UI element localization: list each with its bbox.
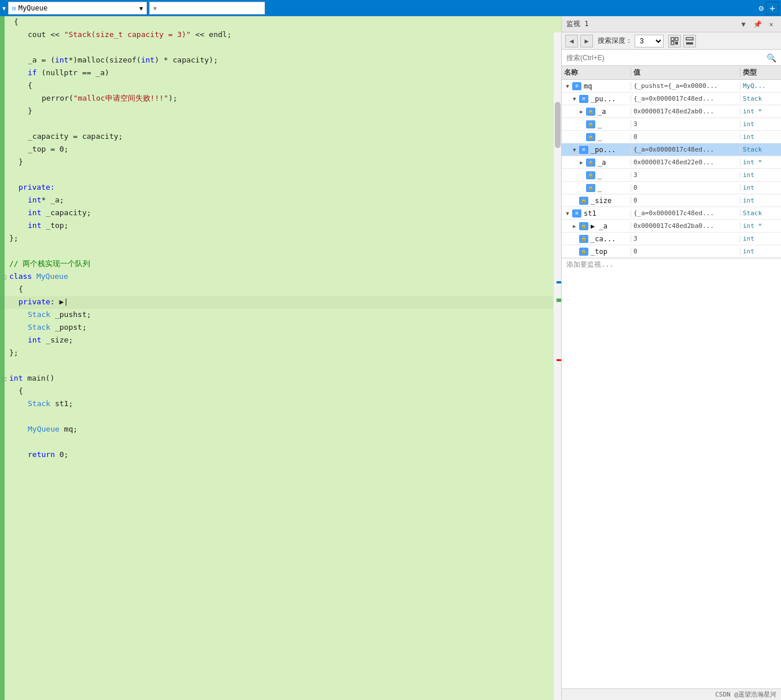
watch-row-po-top[interactable]: 🔒 _ 0 int [562,182,781,194]
watch-row-mq[interactable]: ⊞ mq {_pushst={_a=0x0000... MyQ... [562,80,781,93]
watch-row-pu-cap[interactable]: 🔒 _ 3 int [562,118,781,131]
st1-a-val: 0x0000017c48ed2ba0... [631,222,741,230]
watch-dropdown-btn[interactable]: ▼ [738,19,749,30]
svg-rect-2 [671,42,674,45]
col-header-val: 值 [631,68,741,78]
watch-row-st1-a[interactable]: 🔒 ▶ _a 0x0000017c48ed2ba0... int * [562,220,781,233]
var-icon-pu-a: 🔒 [586,108,595,116]
code-scrollbar[interactable] [553,32,561,700]
watch-close-btn[interactable]: ✕ [766,19,776,30]
code-line [0,436,561,449]
watch-back-btn[interactable]: ◀ [565,35,578,47]
expand-pu-a[interactable] [578,109,585,115]
symbol-dropdown[interactable]: ▼ [149,2,265,14]
var-icon-po-top: 🔒 [586,184,595,192]
add-tab-button[interactable]: + [766,2,779,14]
pu-val: {_a=0x0000017c48ed... [631,95,741,102]
pu-a-val: 0x0000017c48ed2ab0... [631,108,741,115]
scrollbar-thumb[interactable] [555,102,561,148]
code-line: return 0; [0,449,561,462]
var-icon-st1-top: 🔒 [579,248,588,256]
code-line: }; [0,347,561,360]
code-line [0,169,561,182]
var-icon-po: ⊞ [579,146,588,154]
gear-icon[interactable]: ⚙ [759,3,764,13]
watch-forward-btn[interactable]: ▶ [580,35,593,47]
var-icon-po-cap: 🔒 [586,171,595,179]
code-line: _a = (int*)malloc(sizeof(int) * capacity… [0,54,561,67]
scroll-marker-blue [557,281,561,283]
col-header-name: 名称 [562,68,631,78]
watch-icon-btn-2[interactable] [683,35,696,47]
scroll-marker-green [557,299,561,302]
watch-row-st1[interactable]: ⊞ st1 {_a=0x0000017c48ed... Stack [562,207,781,220]
watch-row-po-a[interactable]: 🔒 _a 0x0000017c48ed22e0... int * [562,156,781,169]
code-line: } [0,105,561,118]
po-top-val: 0 [631,184,741,191]
code-line [0,42,561,54]
pu-cap-val: 3 [631,120,741,128]
code-line: int _size; [0,334,561,347]
watch-search-input[interactable] [566,54,764,62]
st1-type: Stack [741,209,781,217]
watch-row-st1-ca[interactable]: 🔒 _ca... 3 int [562,233,781,245]
scroll-marker-red [557,359,561,361]
code-line: } [0,156,561,169]
code-line: Stack st1; [0,398,561,411]
code-line: Stack _pushst; [0,309,561,322]
watch-col-headers: 名称 值 类型 [562,66,781,80]
code-line: □ class MyQueue [0,271,561,283]
footer-text: CSDN @遥望浩瀚星河 [715,690,776,699]
add-watch-row[interactable]: 添加要监视... [562,258,781,271]
watch-pin-btn[interactable]: 📌 [752,19,762,30]
code-line [0,360,561,373]
expand-st1[interactable] [564,211,571,216]
main-layout: { cout << "Stack(size_t capacity = 3)" <… [0,16,781,700]
depth-select[interactable]: 3 1 2 4 5 [635,35,664,47]
po-type: Stack [741,146,781,153]
expand-mq[interactable] [564,83,571,89]
expand-pu[interactable] [571,96,578,102]
code-line: □ int main() [0,373,561,385]
watch-panel: 监视 1 ▼ 📌 ✕ ◀ ▶ 搜索深度： 3 1 2 4 5 [561,16,781,700]
watch-row-pu-a[interactable]: 🔒 _a 0x0000017c48ed2ab0... int * [562,105,781,118]
code-line: { [0,16,561,29]
var-icon-po-a: 🔒 [586,159,595,167]
st1-ca-type: int [741,235,781,242]
pu-type: Stack [741,95,781,102]
dropdown-arrow-1[interactable]: ▼ [2,5,6,12]
svg-rect-0 [671,38,674,40]
code-line: perror("malloc申请空间失败!!!"); [0,93,561,105]
col-header-type: 类型 [741,68,781,78]
code-content[interactable]: { cout << "Stack(size_t capacity = 3)" <… [0,16,561,700]
watch-row-pu-top[interactable]: 🔒 _ 0 int [562,131,781,143]
watch-row-po-cap[interactable]: 🔒 _ 3 int [562,169,781,182]
expand-st1-a[interactable] [571,223,578,229]
po-a-type: int * [741,159,781,166]
pu-cap-type: int [741,120,781,128]
pu-top-type: int [741,133,781,141]
expand-po[interactable] [571,147,578,153]
watch-row-st1-top[interactable]: 🔒 _top 0 int [562,245,781,258]
code-line: cout << "Stack(size_t capacity = 3)" << … [0,29,561,42]
code-line: _top = 0; [0,143,561,156]
var-icon-pu: ⊞ [579,95,588,103]
code-line: int _top; [0,220,561,233]
svg-rect-1 [675,38,678,40]
watch-table[interactable]: 名称 值 类型 ⊞ mq {_pushst={_a=0x0000... MyQ.… [562,66,781,688]
expand-po-a[interactable] [578,160,585,165]
watch-row-pu[interactable]: ⊞ _pu... {_a=0x0000017c48ed... Stack [562,93,781,105]
watch-toolbar: ◀ ▶ 搜索深度： 3 1 2 4 5 [562,32,781,50]
file-dropdown[interactable]: ⊞ MyQueue ▼ [8,2,147,14]
po-cap-type: int [741,171,781,179]
code-line: if (nullptr == _a) [0,67,561,80]
watch-icon-btn-1[interactable] [668,35,681,47]
code-line: Stack _popst; [0,322,561,334]
watch-row-size[interactable]: 🔒 _size 0 int [562,194,781,207]
top-bar: ▼ ⊞ MyQueue ▼ ▼ ⚙ + [0,0,781,16]
st1-val: {_a=0x0000017c48ed... [631,209,741,217]
var-icon-size: 🔒 [579,197,588,205]
watch-row-po[interactable]: ⊞ _po... {_a=0x0000017c48ed... Stack [562,143,781,156]
st1-top-type: int [741,248,781,255]
code-line: // 两个栈实现一个队列 [0,258,561,271]
